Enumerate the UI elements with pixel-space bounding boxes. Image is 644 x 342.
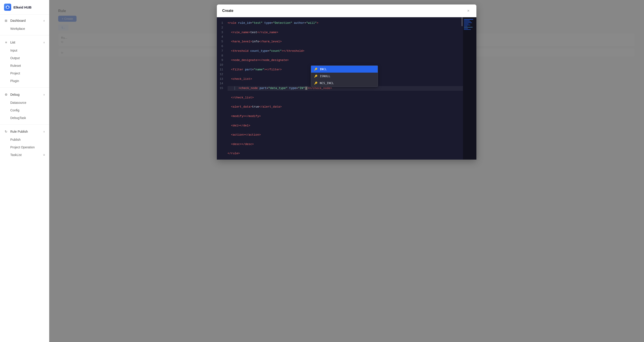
modal-header: Create ×: [217, 5, 476, 17]
modal-close-button[interactable]: ×: [466, 8, 471, 14]
code-editor[interactable]: 1 2 3 4 5 6 7 8 9 10 11 12 13: [217, 17, 476, 159]
tasklist-icon: ≡: [43, 153, 45, 157]
rule-publish-chevron: ∧: [43, 130, 45, 133]
nav-section-rule-publish: ↻ Rule Publish ∧ Publish Project Operati…: [0, 125, 49, 160]
sidebar-item-publish[interactable]: Publish: [0, 136, 49, 143]
sidebar-item-ruleset[interactable]: Ruleset: [0, 62, 49, 69]
divider-2: [0, 87, 49, 88]
divider-3: [0, 124, 49, 125]
dashboard-label: Dashboard: [10, 19, 26, 23]
sidebar-item-debugtask[interactable]: DebugTask: [0, 114, 49, 122]
scrollbar-thumb[interactable]: [462, 17, 463, 26]
sidebar-item-plugin[interactable]: Plugin: [0, 77, 49, 85]
debug-icon: ⚙: [4, 93, 8, 97]
minimap-line-10: [464, 29, 471, 30]
code-lines: 1 2 3 4 5 6 7 8 9 10 11 12 13: [217, 17, 476, 159]
create-modal: Create × 1 2 3 4 5 6 7: [217, 5, 476, 159]
minimap-line-5: [464, 24, 468, 24]
code-content[interactable]: <rule rule_id="test" type="Detection" au…: [226, 17, 476, 159]
autocomplete-label-2: ISNULL: [320, 74, 330, 78]
minimap-line-9: [464, 28, 468, 29]
autocomplete-label-1: INCL: [320, 67, 327, 71]
rule-publish-label: Rule Publish: [10, 130, 28, 133]
modal-body: 1 2 3 4 5 6 7 8 9 10 11 12 13: [217, 17, 476, 159]
code-minimap: [463, 17, 476, 159]
sidebar-item-workplace[interactable]: Workplace: [0, 25, 49, 33]
main-content: Rule + Create t... Ru... te te Create ×: [49, 0, 644, 342]
modal-title: Create: [222, 9, 234, 13]
list-chevron: ∧: [43, 41, 45, 44]
sidebar-item-output[interactable]: Output: [0, 54, 49, 62]
sidebar-item-datasource[interactable]: Datasource: [0, 99, 49, 106]
autocomplete-item-ncs-incl[interactable]: 🔑 NCS_INCL: [311, 80, 378, 87]
sidebar-item-project[interactable]: Project: [0, 69, 49, 77]
minimap-line-2: [464, 20, 470, 21]
sidebar-item-project-operation[interactable]: Project Operation: [0, 143, 49, 151]
autocomplete-dropdown: 🔑 INCL 🔑 ISNULL 🔑 NCS_INCL: [311, 65, 378, 87]
rule-publish-icon: ↻: [4, 129, 8, 134]
logo-icon: [4, 4, 11, 11]
minimap-line-3: [464, 21, 471, 22]
autocomplete-label-3: NCS_INCL: [320, 81, 334, 85]
autocomplete-icon-3: 🔑: [314, 82, 318, 85]
list-label: List: [10, 41, 15, 44]
sidebar-item-tasklist[interactable]: TaskList ≡: [0, 151, 49, 159]
list-icon: ≡: [4, 40, 8, 44]
minimap-line-6: [464, 25, 470, 25]
autocomplete-item-incl[interactable]: 🔑 INCL: [311, 66, 378, 73]
minimap-line-1: [464, 19, 473, 20]
editor-scrollbar[interactable]: [461, 17, 463, 159]
minimap-line-8: [464, 27, 472, 28]
nav-section-debug: ⚙ Debug ∧ Datasource Config DebugTask: [0, 89, 49, 123]
minimap-line-4: [464, 23, 472, 23]
app-name: Elkeid HUB: [14, 5, 32, 9]
autocomplete-icon-1: 🔑: [314, 68, 318, 71]
sidebar-item-input[interactable]: Input: [0, 47, 49, 54]
sidebar-logo[interactable]: Elkeid HUB: [0, 0, 49, 15]
sidebar: Elkeid HUB ⊞ Dashboard ∧ Workplace ≡ Lis…: [0, 0, 49, 342]
modal-overlay[interactable]: Create × 1 2 3 4 5 6 7: [49, 0, 644, 342]
sidebar-item-debug[interactable]: ⚙ Debug ∧: [0, 90, 49, 99]
debug-label: Debug: [10, 93, 20, 96]
dashboard-chevron: ∧: [43, 19, 45, 22]
sidebar-item-rule-publish[interactable]: ↻ Rule Publish ∧: [0, 127, 49, 136]
autocomplete-icon-2: 🔑: [314, 75, 318, 78]
autocomplete-item-isnull[interactable]: 🔑 ISNULL: [311, 73, 378, 80]
dashboard-icon: ⊞: [4, 19, 8, 23]
nav-section-list: ≡ List ∧ Input Output Ruleset Project Pl…: [0, 36, 49, 87]
sidebar-item-list[interactable]: ≡ List ∧: [0, 38, 49, 47]
sidebar-item-dashboard[interactable]: ⊞ Dashboard ∧: [0, 16, 49, 25]
debug-chevron: ∧: [43, 93, 45, 96]
minimap-line-7: [464, 26, 468, 27]
sidebar-item-config[interactable]: Config: [0, 106, 49, 114]
line-numbers: 1 2 3 4 5 6 7 8 9 10 11 12 13: [217, 17, 226, 159]
nav-section-dashboard: ⊞ Dashboard ∧ Workplace: [0, 15, 49, 34]
